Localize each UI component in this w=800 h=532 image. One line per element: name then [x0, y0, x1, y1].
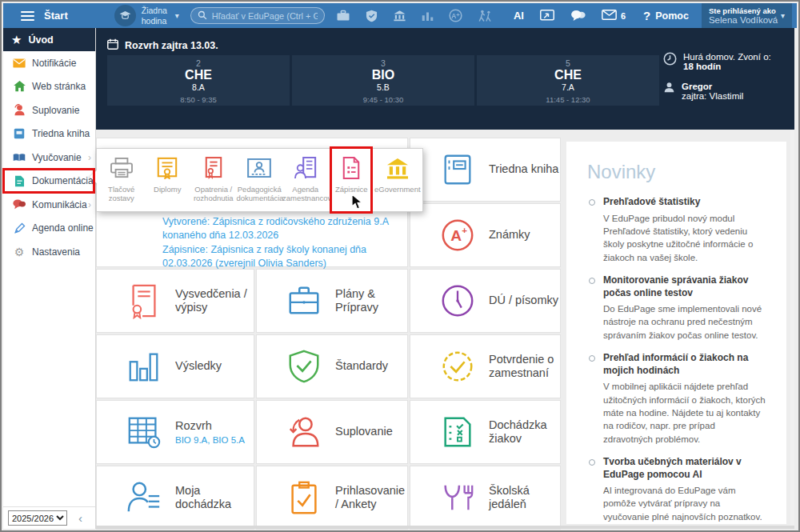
- tile-label: Prihlasovanie / Ankety: [335, 484, 407, 512]
- sidebar-item-komunikacia[interactable]: Komunikácia ›: [3, 193, 95, 217]
- popup-item-tlacove-zostavy[interactable]: Tlačové zostavy: [98, 155, 145, 211]
- lesson-card[interactable]: 3 BIO 5.B 9:45 - 10:30: [292, 55, 474, 106]
- search-input[interactable]: [212, 11, 318, 21]
- popup-item-label: Pedagogická dokumentácia: [237, 185, 283, 203]
- sidebar-item-suplovanie[interactable]: Suplovanie: [3, 98, 95, 122]
- lesson-period: 3: [292, 58, 474, 68]
- chat-icon[interactable]: [570, 10, 586, 22]
- tile-vysvedcenia[interactable]: Vysvedčenia / výpisy: [96, 269, 254, 333]
- sidebar-item-vyucovanie[interactable]: Vyučovanie ›: [3, 146, 95, 170]
- tile-label: Rozvrh: [175, 419, 245, 433]
- screencast-icon[interactable]: [540, 10, 554, 22]
- news-item-body: AI integrovaná do EduPage vám pomôže vyt…: [603, 484, 766, 524]
- institution-icon[interactable]: [393, 10, 406, 22]
- popup-item-label: eGovernment: [374, 185, 421, 194]
- sidebar-item-nastavenia[interactable]: ⚙ Nastavenia: [3, 240, 95, 264]
- tile-plany-pripravy[interactable]: Plány & Prípravy: [256, 269, 408, 333]
- horizontal-scrollbar[interactable]: [96, 526, 794, 529]
- ai-button[interactable]: AI: [514, 10, 524, 22]
- sidebar-item-label: Komunikácia: [32, 199, 87, 210]
- lesson-card[interactable]: 2 CHE 8.A 8:50 - 9:35: [107, 55, 290, 106]
- tile-standardy[interactable]: Štandardy: [256, 334, 408, 398]
- popup-item-pedagogicka[interactable]: Pedagogická dokumentácia: [237, 155, 283, 211]
- tile-label: Školská jedáleň: [489, 484, 560, 512]
- substitute-person-icon: [13, 104, 26, 117]
- news-item-body: Do EduPage sme implementovali nové nástr…: [603, 302, 766, 342]
- teacher-board-icon: [237, 155, 283, 181]
- sidebar-item-web-stranka[interactable]: Web stránka: [3, 75, 95, 99]
- briefcase-icon[interactable]: [336, 10, 350, 22]
- briefcase-icon: [286, 282, 322, 319]
- shield-icon[interactable]: [366, 10, 378, 22]
- tile-du-pisomky[interactable]: DÚ / písomky: [410, 269, 561, 333]
- user-menu[interactable]: Ste prihlásený ako Selena Vodíková ▾: [702, 3, 792, 28]
- news-item[interactable]: Prehľad informácií o žiakoch na mojich h…: [587, 352, 766, 446]
- sidebar-item-notifikacie[interactable]: Notifikácie: [3, 51, 95, 75]
- news-item-body: V EduPage pribudol nový modul Prehľadové…: [603, 212, 766, 264]
- user-name: Selena Vodíková: [709, 15, 779, 25]
- recent-document-link[interactable]: Vytvorené: Zápisnica z rodičovského zdru…: [162, 215, 396, 243]
- lesson-avatar[interactable]: [114, 5, 136, 26]
- sidebar-item-label: Triedna kniha: [32, 128, 90, 139]
- tile-label: Známky: [489, 228, 530, 242]
- tile-moja-dochadzka[interactable]: Moja dochádzka: [96, 466, 254, 530]
- graduation-cap-icon: [119, 9, 131, 23]
- tile-prihlasovanie[interactable]: Prihlasovanie / Ankety: [256, 466, 408, 530]
- user-caret-icon: ▾: [781, 11, 785, 20]
- sidebar-item-label: Úvod: [28, 34, 53, 46]
- popup-item-egovernment[interactable]: eGovernment: [374, 155, 421, 211]
- tile-dochadzka-ziakov[interactable]: Dochádzka žiakov: [410, 400, 561, 464]
- tile-znamky[interactable]: A+ Známky: [410, 203, 561, 267]
- sidebar-item-label: Nastavenia: [32, 246, 80, 258]
- tile-vysledky[interactable]: Výsledky: [96, 334, 254, 398]
- lesson-class: 8.A: [107, 82, 290, 92]
- tile-label: DÚ / písomky: [489, 294, 558, 307]
- document-icon: [13, 174, 26, 187]
- sidebar-item-triedna-kniha[interactable]: Triedna kniha: [3, 122, 95, 146]
- results-chart-icon: [126, 348, 162, 385]
- grade-aplus-icon[interactable]: A⁺: [449, 9, 462, 22]
- tile-rozvrh[interactable]: Rozvrh BIO 9.A, BIO 5.A: [96, 400, 254, 464]
- chevron-right-icon: ›: [88, 199, 91, 210]
- news-item-title: Tvorba učebných materiálov v EduPage pom…: [603, 456, 766, 481]
- chevron-down-icon[interactable]: ▾: [175, 11, 179, 20]
- school-year-select[interactable]: 2025/2026: [8, 510, 67, 526]
- recent-document-link[interactable]: Zápisnice: Zápisnica z rady školy konane…: [162, 243, 396, 271]
- help-button[interactable]: ? Pomoc: [643, 9, 689, 22]
- shield-check-icon: [286, 348, 322, 385]
- staff-building-icon: [282, 155, 329, 181]
- class-register-icon: [439, 151, 476, 188]
- tile-triedna-kniha[interactable]: Triedna kniha: [410, 138, 561, 202]
- sidebar-item-dokumentacia[interactable]: Dokumentácia: [3, 170, 95, 194]
- news-item[interactable]: Monitorovanie správania žiakov počas onl…: [587, 274, 766, 342]
- unread-count-badge: 6: [621, 11, 626, 21]
- collapse-sidebar-icon[interactable]: ‹: [78, 511, 82, 525]
- messages-button[interactable]: 6: [602, 9, 626, 23]
- popup-item-zapisnice[interactable]: Zápisnice: [329, 155, 375, 211]
- popup-item-diplomy[interactable]: Diplomy: [145, 155, 191, 211]
- popup-item-opatrenia[interactable]: Opatrenia / rozhodnutia: [190, 155, 237, 211]
- popup-item-label: Zápisnice: [329, 185, 375, 194]
- lesson-time: 11:45 - 12:30: [477, 95, 659, 104]
- news-item[interactable]: Tvorba učebných materiálov v EduPage pom…: [587, 456, 766, 524]
- start-menu-button[interactable]: Štart: [44, 10, 68, 22]
- sidebar-item-agenda-online[interactable]: Agenda online: [3, 217, 95, 241]
- hamburger-menu-icon[interactable]: [21, 9, 34, 23]
- popup-item-agenda-zamestnancov[interactable]: Agenda zamestnancov: [282, 155, 329, 211]
- svg-text:A⁺: A⁺: [451, 12, 460, 20]
- sidebar-item-uvod[interactable]: ★ Úvod: [3, 28, 95, 51]
- vertical-scrollbar[interactable]: [790, 130, 794, 529]
- grades-icon: A+: [439, 217, 476, 254]
- bar-chart-icon[interactable]: [422, 10, 434, 22]
- tile-potvrdenie[interactable]: Potvrdenie o zamestnaní: [410, 334, 561, 398]
- lesson-subject: CHE: [477, 68, 659, 82]
- search-box[interactable]: [190, 7, 325, 24]
- tile-suplovanie[interactable]: Suplovanie: [256, 400, 408, 464]
- lesson-card[interactable]: 5 CHE 7.A 11:45 - 12:30: [477, 55, 659, 106]
- tile-label: Vysvedčenia / výpisy: [175, 287, 254, 315]
- excursion-walkers-icon[interactable]: [478, 10, 493, 22]
- tile-skolska-jedalen[interactable]: Školská jedáleň: [410, 466, 561, 530]
- news-item[interactable]: Prehľadové štatistiky V EduPage pribudol…: [587, 196, 766, 264]
- search-icon: [198, 9, 207, 23]
- current-lesson-status[interactable]: Žiadna hodina: [142, 6, 174, 25]
